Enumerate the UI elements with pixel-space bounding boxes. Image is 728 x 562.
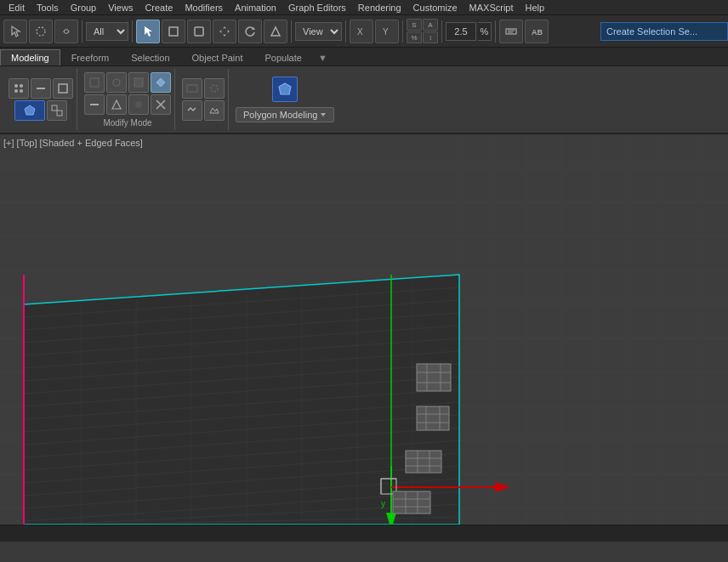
snap-pct-btn[interactable]: %	[407, 31, 422, 43]
modify-mode-btn2[interactable]	[106, 72, 127, 93]
menu-graph-editors[interactable]: Graph Editors	[283, 2, 351, 14]
modify-mode-btn1[interactable]	[84, 72, 105, 93]
handle-3	[406, 451, 441, 473]
sep5	[402, 20, 403, 43]
svg-rect-23	[187, 85, 197, 92]
svg-rect-101	[393, 491, 430, 514]
menu-tools[interactable]: Tools	[31, 2, 64, 14]
svg-point-10	[20, 84, 23, 88]
sep7	[495, 20, 496, 43]
svg-point-19	[113, 79, 120, 86]
svg-point-12	[20, 89, 23, 93]
sep4	[345, 20, 346, 43]
svg-rect-91	[417, 406, 449, 430]
viewport-label[interactable]: [+] [Top] [Shaded + Edged Faces]	[3, 138, 143, 148]
menu-rendering[interactable]: Rendering	[353, 2, 407, 14]
svg-rect-2	[195, 27, 203, 36]
axis-x-btn[interactable]: X	[350, 20, 373, 43]
snap-spinner-btn[interactable]: ↕	[423, 31, 438, 43]
edge-btn[interactable]	[31, 78, 51, 99]
create-selection-area	[600, 15, 728, 48]
modify-mode-btn4[interactable]	[151, 72, 171, 93]
create-selection-input[interactable]	[600, 22, 728, 41]
select-object-btn[interactable]	[3, 20, 27, 43]
tab-selection[interactable]: Selection	[120, 49, 180, 65]
poly-model-active-btn[interactable]	[272, 77, 298, 102]
main-toolbar: All View X Y S	[0, 15, 728, 48]
modify-mode-btn8[interactable]	[151, 94, 171, 115]
modify-mode-btn5[interactable]	[84, 94, 105, 115]
move-btn[interactable]	[213, 20, 236, 43]
axis-y-btn[interactable]: Y	[375, 20, 399, 43]
menu-animation[interactable]: Animation	[230, 2, 282, 14]
polygon-modeling-dropdown-btn[interactable]: Polygon Modeling	[236, 107, 334, 122]
mesh-element-group	[5, 69, 77, 130]
sep1	[82, 20, 82, 43]
menu-bar: Edit Tools Group Views Create Modifiers …	[0, 0, 728, 15]
rect-select-btn[interactable]	[162, 20, 185, 43]
select-pointer-btn[interactable]	[136, 20, 160, 43]
tab-object-paint[interactable]: Object Paint	[181, 49, 254, 65]
svg-rect-20	[134, 78, 143, 87]
modify-mode-btn7[interactable]	[128, 94, 149, 115]
menu-customize[interactable]: Customize	[408, 2, 463, 14]
menu-views[interactable]: Views	[103, 2, 138, 14]
view-dropdown[interactable]: View	[295, 22, 342, 41]
tab-populate[interactable]: Populate	[253, 49, 312, 65]
link-btn[interactable]	[54, 20, 78, 43]
border-btn[interactable]	[53, 78, 73, 99]
svg-marker-15	[25, 105, 35, 115]
svg-rect-1	[169, 27, 178, 36]
menu-modifiers[interactable]: Modifiers	[179, 2, 228, 14]
tab-modeling[interactable]: Modeling	[0, 49, 60, 65]
rbtn-b[interactable]	[204, 78, 225, 99]
svg-point-0	[37, 27, 45, 36]
svg-rect-21	[90, 104, 99, 105]
modify-mode-btn6[interactable]	[106, 94, 127, 115]
snap-angle-btn[interactable]: A	[423, 19, 438, 31]
svg-rect-18	[90, 78, 99, 87]
svg-point-22	[135, 101, 142, 108]
viewport-scene: y	[0, 134, 728, 525]
rbtn-a[interactable]	[182, 78, 202, 99]
filter-dropdown[interactable]: All	[86, 22, 128, 41]
polygon-modeling-group: Polygon Modeling	[232, 69, 338, 130]
menu-group[interactable]: Group	[65, 2, 102, 14]
named-sel-btn[interactable]	[499, 20, 523, 43]
menu-create[interactable]: Create	[139, 2, 178, 14]
svg-rect-16	[52, 105, 57, 111]
modify-mode-btn3[interactable]	[128, 72, 149, 93]
svg-rect-5	[506, 29, 516, 34]
modify-mode-label: Modify Mode	[103, 118, 151, 128]
handle-1	[417, 364, 451, 391]
rotate-btn[interactable]	[238, 20, 262, 43]
viewport[interactable]: [+] [Top] [Shaded + Edged Faces]	[0, 134, 728, 525]
select-region-btn[interactable]	[29, 20, 53, 43]
rbtn-c[interactable]	[182, 100, 202, 121]
svg-rect-96	[406, 451, 441, 473]
menu-edit[interactable]: Edit	[3, 2, 30, 14]
snap-3d-btn[interactable]: S	[407, 19, 422, 31]
percent-label: %	[478, 22, 492, 41]
polygon-btn[interactable]	[14, 100, 45, 121]
scale-btn[interactable]	[264, 20, 287, 43]
circle-select-btn[interactable]	[187, 20, 211, 43]
tab-extra[interactable]: ▼	[313, 50, 333, 65]
svg-rect-14	[59, 84, 67, 93]
ribbon-tabs: Modeling Freeform Selection Object Paint…	[0, 48, 728, 66]
svg-text:ABC: ABC	[532, 28, 543, 37]
svg-text:Y: Y	[383, 27, 389, 37]
svg-rect-17	[57, 111, 62, 116]
menu-maxscript[interactable]: MAXScript	[464, 2, 519, 14]
menu-help[interactable]: Help	[520, 2, 550, 14]
zoom-value: 2.5	[446, 22, 476, 41]
svg-point-11	[14, 89, 18, 93]
rbtn-d[interactable]	[204, 100, 225, 121]
svg-rect-86	[417, 364, 451, 391]
sep2	[132, 20, 133, 43]
tab-freeform[interactable]: Freeform	[60, 49, 121, 65]
vertex-btn[interactable]	[9, 78, 29, 99]
ribbon-content: Modify Mode Polygon Mode	[0, 66, 728, 134]
text-abc-btn[interactable]: ABC	[525, 20, 549, 43]
element-btn[interactable]	[47, 100, 67, 121]
